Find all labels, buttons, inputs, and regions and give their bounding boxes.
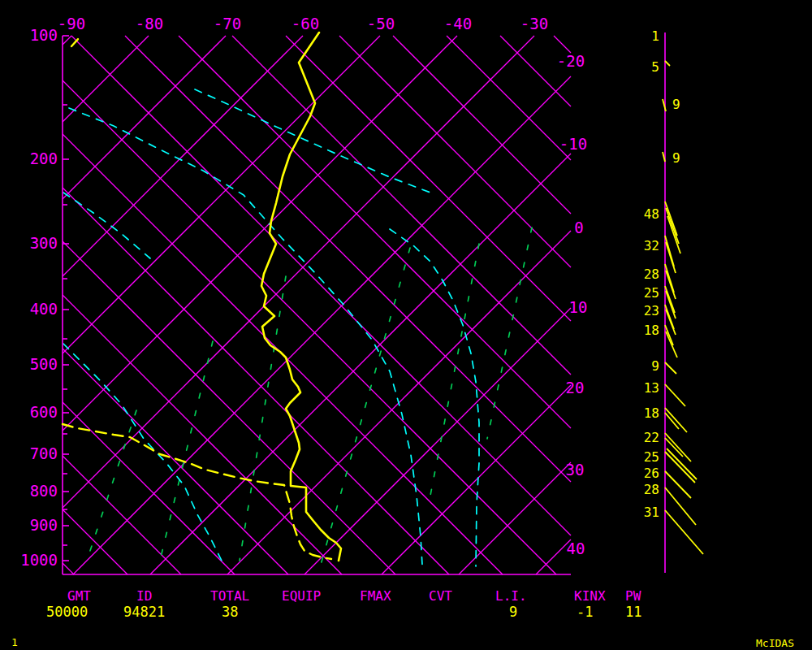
wind-barb — [665, 362, 676, 374]
wind-speed-label: 28 — [644, 482, 659, 497]
wind-speed-label: 9 — [651, 358, 659, 374]
dry-adiabat-line — [63, 349, 288, 574]
dry-adiabat-line — [63, 456, 181, 574]
sounding-chart-canvas[interactable]: 1002003004005006007008009001000-90-80-70… — [0, 0, 812, 650]
stat-header: TOTAL — [210, 588, 249, 604]
isotherm-line — [382, 385, 571, 574]
dry-adiabat-line — [125, 36, 571, 482]
stat-value: 11 — [625, 604, 641, 620]
right-temp-label: -10 — [559, 135, 587, 153]
moist-adiabat-line — [390, 229, 479, 566]
wind-barb — [667, 448, 697, 479]
wind-barb — [665, 61, 670, 66]
mixing-ratio-line — [240, 276, 286, 561]
dry-adiabat-line — [63, 188, 449, 574]
isotherm-line — [63, 36, 303, 276]
mcidas-brand-label: McIDAS — [756, 637, 794, 649]
stat-value: 9 — [509, 604, 517, 620]
wind-speed-label: 9 — [672, 97, 680, 112]
isotherm-line — [63, 36, 226, 199]
pressure-label: 400 — [30, 300, 58, 318]
dry-adiabat-line — [63, 80, 556, 574]
dewpoint-trace — [63, 424, 331, 559]
moist-adiabat-line — [63, 193, 150, 258]
top-temp-label: -30 — [520, 15, 548, 32]
mixing-ratio-line — [429, 244, 479, 504]
mcidas-image-window: 1002003004005006007008009001000-90-80-70… — [0, 0, 812, 650]
wind-speed-label: 23 — [644, 303, 659, 318]
dry-adiabat-line — [63, 241, 395, 574]
moist-adiabat-line — [69, 108, 422, 565]
top-temp-label: -80 — [136, 15, 163, 32]
stat-header: PW — [625, 588, 641, 604]
dry-adiabat-line — [179, 36, 571, 428]
mixing-ratio-line — [87, 410, 136, 561]
pressure-label: 300 — [30, 234, 58, 252]
pressure-label: 800 — [30, 482, 58, 500]
pressure-label: 900 — [30, 516, 58, 534]
wind-barb — [665, 510, 703, 554]
pressure-label: 1000 — [20, 551, 58, 569]
dry-adiabat-line — [393, 36, 571, 214]
pressure-label: 600 — [30, 403, 58, 421]
wind-barb — [666, 208, 679, 244]
wind-barb — [666, 332, 677, 358]
top-temp-label: -90 — [58, 15, 85, 32]
top-temp-label: -40 — [444, 15, 472, 32]
top-temp-label: -50 — [367, 15, 395, 32]
dry-adiabat-line — [554, 36, 571, 53]
wind-barb — [665, 452, 695, 483]
pressure-label: 500 — [30, 355, 58, 373]
right-temp-label: 0 — [574, 219, 583, 236]
stat-value: 50000 — [46, 604, 88, 620]
wind-speed-label: 28 — [644, 266, 659, 282]
frame-number: 1 — [11, 636, 18, 648]
isotherm-line — [63, 36, 380, 353]
wind-speed-label: 25 — [644, 285, 659, 301]
top-temp-label: -60 — [292, 15, 319, 32]
wind-barb — [666, 242, 676, 273]
isotherm-line — [73, 76, 571, 574]
stat-header: CVT — [429, 588, 452, 604]
dry-adiabat-line — [232, 36, 571, 375]
stat-value: -1 — [577, 604, 593, 620]
wind-speed-label: 22 — [644, 430, 659, 445]
wind-speed-label: 48 — [644, 206, 659, 222]
dry-adiabat-line — [500, 36, 571, 106]
dry-adiabat-line — [63, 295, 342, 574]
dry-adiabat-line — [339, 36, 571, 267]
dry-adiabat-line — [286, 36, 571, 321]
right-temp-label: 10 — [569, 298, 588, 316]
right-temp-label: 20 — [566, 379, 585, 396]
wind-barb — [665, 408, 687, 432]
wind-speed-label: 32 — [644, 238, 659, 254]
dry-adiabat-line — [63, 563, 74, 574]
right-temp-label: -20 — [557, 52, 585, 70]
dry-adiabat-line — [63, 402, 235, 574]
wind-barb — [665, 325, 673, 345]
isotherm-line — [63, 36, 149, 122]
pressure-label: 700 — [30, 444, 58, 462]
stat-header: KINX — [574, 588, 606, 604]
wind-barb — [665, 384, 685, 406]
wind-speed-label: 25 — [644, 449, 659, 465]
top-temp-label: -70 — [214, 15, 241, 32]
wind-speed-label: 18 — [644, 323, 659, 338]
wind-barb — [665, 488, 696, 525]
pressure-label: 200 — [30, 150, 58, 167]
dry-adiabat-line — [63, 509, 127, 574]
stat-header: FMAX — [360, 588, 391, 604]
dry-adiabat-line — [447, 36, 571, 160]
right-temp-label: 40 — [567, 540, 585, 557]
right-temp-label: 30 — [566, 461, 585, 479]
stat-header: ID — [136, 588, 152, 604]
stat-header: GMT — [67, 588, 91, 604]
stat-value: 94821 — [123, 604, 165, 620]
isotherm-line — [63, 36, 71, 45]
wind-barb — [665, 433, 691, 462]
stat-header: EQUIP — [282, 588, 321, 604]
wind-speed-label: 5 — [651, 59, 659, 75]
wind-barb — [667, 216, 680, 254]
wind-speed-label: 18 — [644, 405, 659, 421]
wind-speed-label: 9 — [672, 150, 680, 166]
